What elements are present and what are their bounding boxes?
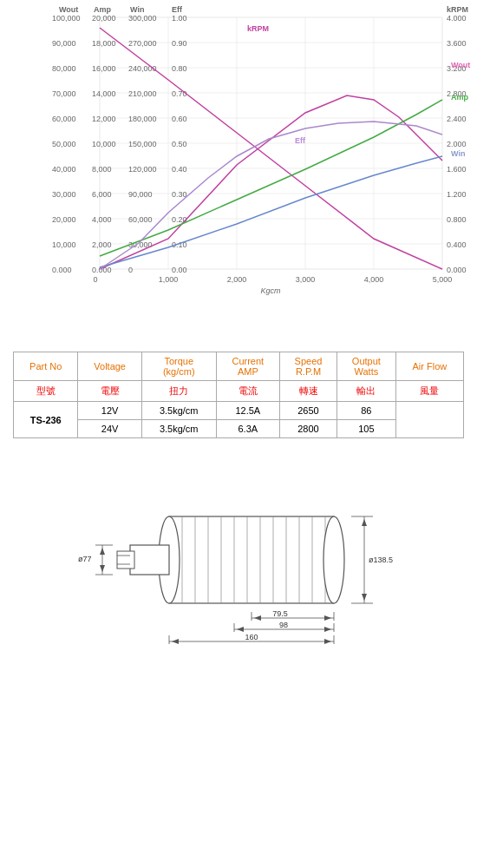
label-d138: ø138.5 (369, 556, 393, 564)
x-axis-title: Kgcm (260, 286, 281, 295)
y-label-amp-9: 18,000 (92, 39, 116, 48)
arrow-98-r (324, 627, 331, 632)
y-label-eff-3: 0.30 (172, 190, 187, 199)
y-label-krpm-6: 2.400 (447, 115, 467, 123)
arrow-d77-bot (100, 565, 105, 572)
y-label-amp-4: 8,000 (92, 165, 112, 174)
chart-label-wout: Wout (451, 61, 470, 69)
y-label-amp-7: 14,000 (92, 89, 116, 98)
td-current-24: 6.3A (216, 420, 279, 438)
label-98: 98 (279, 621, 288, 629)
arrow-160-l (172, 639, 179, 644)
th-output: OutputWatts (337, 352, 395, 381)
y-label-eff-7: 0.70 (172, 89, 187, 98)
y-label-win-10: 300,000 (128, 14, 157, 23)
td-torque-24: 3.5kg/cm (141, 420, 216, 438)
td-ch-airflow: 風量 (395, 381, 463, 402)
y-label-amp-2: 4,000 (92, 215, 112, 224)
x-label-0: 0 (93, 275, 97, 284)
th-airflow: Air Flow (395, 352, 463, 381)
y-label-krpm-10: 4.000 (447, 14, 467, 23)
y-label-krpm-5: 2.000 (447, 140, 467, 148)
y-label-wout-1: 10,000 (52, 240, 76, 249)
y-label-amp-6: 12,000 (92, 115, 116, 123)
y-label-wout-2: 20,000 (52, 215, 76, 224)
td-torque-12: 3.5kg/cm (141, 402, 216, 420)
y-label-krpm-9: 3.600 (447, 39, 467, 48)
y-label-eff-6: 0.60 (172, 115, 187, 123)
td-current-12: 12.5A (216, 402, 279, 420)
y-label-wout-6: 60,000 (52, 115, 76, 123)
y-label-wout-3: 30,000 (52, 190, 76, 199)
col-header-amp: Amp (94, 5, 112, 14)
x-label-4: 4,000 (364, 275, 384, 284)
x-label-1: 1,000 (159, 275, 179, 284)
y-label-win-0: 0 (128, 266, 133, 274)
th-voltage: Voltage (78, 352, 141, 381)
th-speed: SpeedR.P.M (280, 352, 337, 381)
chart-label-amp: Amp (451, 93, 469, 102)
table-chinese-row: 型號 電壓 扭力 電流 轉速 輸出 風量 (14, 381, 464, 402)
th-current: CurrentAMP (216, 352, 279, 381)
col-header-krpm: kRPM (447, 5, 468, 14)
td-ch-torque: 扭力 (141, 381, 216, 402)
y-label-krpm-1: 0.400 (447, 240, 467, 249)
y-label-win-6: 180,000 (128, 115, 157, 123)
x-label-3: 3,000 (296, 275, 316, 284)
chart-label-win: Win (451, 149, 465, 158)
y-label-wout-10: 100,000 (52, 14, 81, 23)
arrow-79-l (254, 615, 261, 621)
td-speed-12: 2650 (280, 402, 337, 420)
th-torque: Torque(kg/cm) (141, 352, 216, 381)
label-160: 160 (245, 633, 258, 641)
diagram-svg: ø138.5 ø77 79.5 98 160 (65, 469, 412, 651)
td-output-24: 105 (337, 420, 395, 438)
x-label-5: 5,000 (433, 275, 453, 284)
y-label-wout-9: 90,000 (52, 39, 76, 48)
td-airflow (395, 402, 463, 438)
td-ch-voltage: 電壓 (78, 381, 141, 402)
td-part-no: TS-236 (14, 402, 78, 438)
y-label-wout-4: 40,000 (52, 165, 76, 174)
y-label-wout-7: 70,000 (52, 89, 76, 98)
x-label-2: 2,000 (227, 275, 247, 284)
td-ch-speed: 轉速 (280, 381, 337, 402)
y-label-amp-1: 2,000 (92, 240, 112, 249)
td-speed-24: 2800 (280, 420, 337, 438)
y-label-eff-5: 0.50 (172, 140, 187, 148)
arrow-d77-top (100, 548, 105, 555)
y-label-win-9: 270,000 (128, 39, 157, 48)
th-partno: Part No (14, 352, 78, 381)
y-label-krpm-0: 0.000 (447, 266, 467, 274)
y-label-amp-8: 16,000 (92, 64, 116, 73)
arrow-79-r (324, 615, 331, 621)
table-row: TS-236 12V 3.5kg/cm 12.5A 2650 86 (14, 402, 464, 420)
housing-rect (169, 516, 334, 603)
td-ch-partno: 型號 (14, 381, 78, 402)
y-label-wout-5: 50,000 (52, 140, 76, 148)
right-face (323, 516, 344, 603)
performance-chart: /* computed in inline svg */ 0.000 10,00… (0, 0, 477, 339)
td-output-12: 86 (337, 402, 395, 420)
y-label-win-4: 120,000 (128, 165, 157, 174)
dimension-diagram: ø138.5 ø77 79.5 98 160 (0, 464, 477, 655)
td-ch-output: 輸出 (337, 381, 395, 402)
label-d77: ø77 (78, 555, 92, 563)
y-label-eff-9: 0.90 (172, 39, 187, 48)
arrow-d138-top (362, 519, 367, 526)
y-label-amp-10: 20,000 (92, 14, 116, 23)
col-header-wout: Wout (59, 5, 78, 14)
y-label-wout-8: 80,000 (52, 64, 76, 73)
y-label-win-3: 90,000 (128, 190, 153, 199)
label-79: 79.5 (272, 609, 288, 618)
y-label-amp-3: 6,000 (92, 190, 112, 199)
chart-label-eff: Eff (295, 136, 306, 145)
y-label-krpm-4: 1.600 (447, 165, 467, 174)
y-label-krpm-3: 1.200 (447, 190, 467, 199)
arrow-d138-bot (362, 594, 367, 601)
arrow-98-l (237, 627, 244, 632)
shaft-housing (130, 545, 169, 575)
y-label-win-5: 150,000 (128, 140, 157, 148)
chart-label-krpm: kRPM (247, 24, 269, 33)
y-label-eff-4: 0.40 (172, 165, 187, 174)
